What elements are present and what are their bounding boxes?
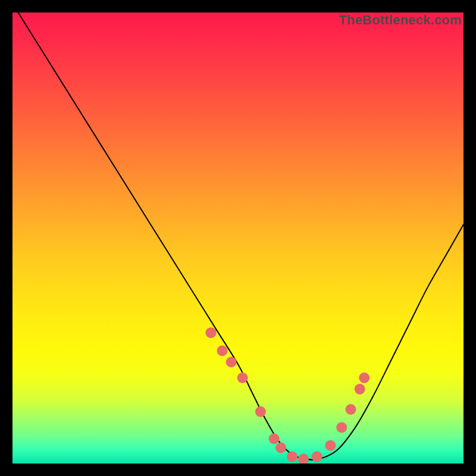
valley-dot [275,443,286,453]
valley-dot [269,433,280,444]
valley-dot [226,357,237,368]
valley-dot [237,372,248,383]
chart-frame: TheBottleneck.com [0,0,476,476]
bottleneck-curve [12,12,464,460]
valley-dot [255,406,266,417]
valley-dot [287,452,298,462]
watermark-text: TheBottleneck.com [339,12,462,28]
valley-dot [359,372,369,383]
valley-dot [355,384,365,394]
valley-dot [336,422,347,433]
curve-layer [12,12,464,464]
valley-dot [206,327,217,338]
valley-dot [325,440,336,451]
valley-dot [298,453,309,464]
plot-area [12,12,464,464]
valley-dots-group [206,327,370,464]
valley-dot [312,452,322,462]
valley-dot [217,346,228,356]
valley-dot [346,404,356,415]
